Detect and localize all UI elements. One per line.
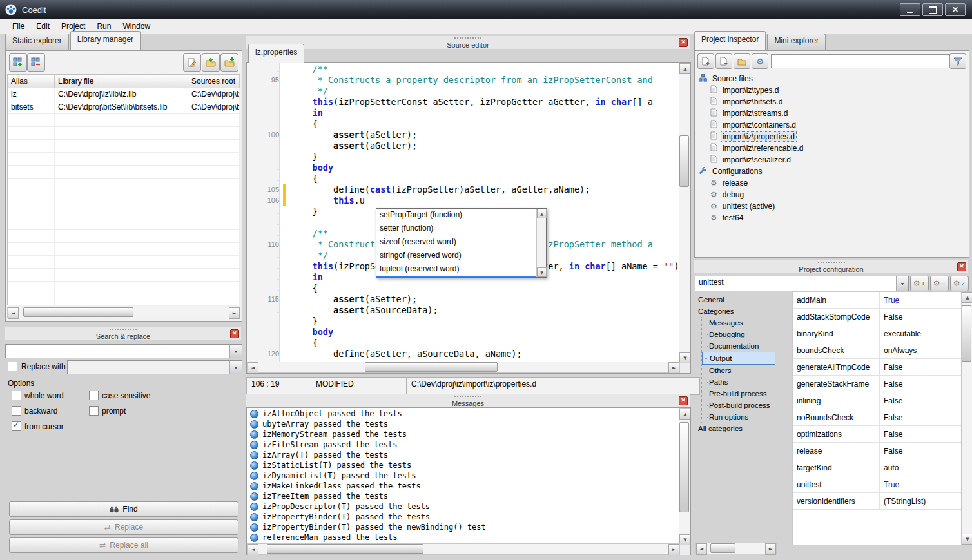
find-button[interactable]: Find <box>9 501 238 517</box>
scroll-up-icon[interactable]: ▲ <box>537 209 547 218</box>
category-all-categories[interactable]: All categories <box>695 423 775 434</box>
column-header-sources-root[interactable]: Sources root <box>188 75 240 88</box>
option-backward[interactable]: backward <box>12 406 89 416</box>
code-line[interactable]: 95 * Constructs a property descriptor fr… <box>247 75 680 86</box>
library-table-hscrollbar[interactable]: ◄► <box>7 307 240 318</box>
scroll-right-icon[interactable]: ► <box>229 307 240 319</box>
property-value[interactable]: auto <box>880 459 961 476</box>
scroll-down-icon[interactable]: ▼ <box>962 534 972 545</box>
tree-item-import-iz-types-d[interactable]: import\iz\types.d <box>697 84 966 96</box>
category-post-build-process[interactable]: Post-build process <box>702 400 775 411</box>
property-value[interactable]: False <box>880 443 961 459</box>
scroll-left-icon[interactable]: ◄ <box>248 362 258 374</box>
message-item[interactable]: izStaticList(T) passed the tests <box>247 460 680 470</box>
table-row[interactable] <box>8 294 240 305</box>
table-row[interactable] <box>8 256 240 269</box>
category-others[interactable]: Others <box>702 365 775 376</box>
code-line[interactable]: . body <box>247 327 680 338</box>
property-value[interactable]: False <box>880 409 961 425</box>
clear-filter-button[interactable] <box>949 53 966 69</box>
tab-static-explorer[interactable]: Static explorer <box>5 34 69 50</box>
messages-hscrollbar[interactable]: ◄► <box>247 543 680 555</box>
tab-library-manager[interactable]: Library manager <box>70 31 141 50</box>
clone-configuration-button[interactable]: ⚙✓ <box>950 276 969 291</box>
message-item[interactable]: izFileStream passed the tests <box>247 439 680 450</box>
code-line[interactable]: . /** <box>247 64 680 75</box>
scroll-thumb[interactable] <box>267 544 424 554</box>
property-value[interactable]: True <box>880 292 961 308</box>
property-value[interactable]: False <box>880 392 961 409</box>
table-row[interactable] <box>8 282 240 294</box>
option-from-cursor[interactable]: from cursor <box>12 421 89 431</box>
add-configuration-button[interactable]: ⚙+ <box>910 276 929 291</box>
option-whole-word[interactable]: whole word <box>12 391 89 400</box>
chevron-down-icon[interactable]: ▼ <box>896 276 908 291</box>
column-header-library-file[interactable]: Library file <box>55 75 188 88</box>
search-term-combobox[interactable]: ▼ <box>5 344 242 358</box>
drag-grip-icon[interactable] <box>454 396 481 399</box>
categories-hscrollbar[interactable]: ◄► <box>695 543 777 554</box>
tree-item-import-iz-serializer-d[interactable]: import\iz\serializer.d <box>697 154 966 166</box>
category-categories[interactable]: Categories <box>695 305 775 317</box>
table-row[interactable] <box>8 204 240 217</box>
table-row[interactable] <box>8 114 240 127</box>
scroll-down-icon[interactable]: ▼ <box>537 267 547 277</box>
filter-input[interactable] <box>771 54 951 68</box>
scroll-thumb[interactable] <box>679 135 689 187</box>
property-value[interactable]: onAlways <box>880 342 961 358</box>
tree-item-unittest-active[interactable]: ⚙unittest (active) <box>697 200 966 212</box>
table-row[interactable] <box>8 217 240 230</box>
add-library-button[interactable] <box>9 53 27 72</box>
table-row[interactable] <box>8 140 240 153</box>
table-row[interactable]: bitsetsC:\Dev\dproj\bitSet\lib\bitsets.l… <box>8 101 240 114</box>
category-pre-build-process[interactable]: Pre-build process <box>702 388 775 400</box>
tree-item-debug[interactable]: ⚙debug <box>697 189 966 200</box>
remove-file-button[interactable] <box>715 53 732 69</box>
message-item[interactable]: izMemoryStream passed the tests <box>247 429 680 439</box>
code-line[interactable]: 106 this.u <box>247 195 680 206</box>
scroll-left-icon[interactable]: ◄ <box>696 543 707 555</box>
close-button[interactable]: ✕ <box>945 3 966 16</box>
scroll-thumb[interactable] <box>23 307 134 317</box>
code-line[interactable]: . assert(aGetter); <box>247 140 680 151</box>
messages-panel-close-button[interactable]: ✕ <box>679 396 688 405</box>
code-line[interactable]: . this(izPropSetterConst aSetter, izProp… <box>247 97 680 108</box>
configuration-combobox[interactable]: unittest ▼ <box>695 276 909 291</box>
table-row[interactable] <box>8 166 240 179</box>
scroll-up-icon[interactable]: ▲ <box>962 292 972 303</box>
table-row[interactable] <box>8 153 240 166</box>
category-output[interactable]: Output <box>702 352 775 365</box>
replace-button[interactable]: ⇄ Replace <box>9 519 238 535</box>
code-line[interactable]: . } <box>247 151 680 162</box>
scroll-left-icon[interactable]: ◄ <box>8 307 19 319</box>
table-row[interactable] <box>8 243 240 256</box>
replace-term-combobox[interactable]: ▼ <box>67 360 242 374</box>
scroll-down-icon[interactable]: ▼ <box>679 534 691 545</box>
scroll-up-icon[interactable]: ▲ <box>679 63 691 74</box>
category-paths[interactable]: Paths <box>702 376 775 388</box>
scroll-thumb[interactable] <box>679 422 689 513</box>
source-editor-close-button[interactable]: ✕ <box>679 38 688 47</box>
whole-word-checkbox[interactable] <box>12 391 21 400</box>
prompt-checkbox[interactable] <box>89 406 99 416</box>
property-value[interactable]: False <box>880 376 961 392</box>
inspector-options-button[interactable]: ⚙ <box>752 53 768 69</box>
scroll-right-icon[interactable]: ► <box>668 362 679 374</box>
tab-iz-properties[interactable]: iz.properties <box>248 44 304 63</box>
code-line[interactable]: . { <box>247 338 680 349</box>
add-folder-button[interactable] <box>734 53 750 69</box>
table-row[interactable] <box>8 191 240 204</box>
scroll-right-icon[interactable]: ► <box>765 543 776 555</box>
category-messages[interactable]: Messages <box>702 317 775 329</box>
chevron-down-icon[interactable]: ▼ <box>229 361 242 374</box>
add-file-button[interactable] <box>697 53 714 69</box>
category-run-options[interactable]: Run options <box>702 411 775 423</box>
property-value[interactable]: False <box>880 309 961 325</box>
tree-item-import-iz-containers-d[interactable]: import\iz\containers.d <box>697 119 966 131</box>
tree-item-release[interactable]: ⚙release <box>697 177 966 189</box>
code-line[interactable]: . { <box>247 283 680 294</box>
tree-item-test64[interactable]: ⚙test64 <box>697 212 966 224</box>
scroll-up-icon[interactable]: ▲ <box>679 409 691 420</box>
message-item[interactable]: ubyteArray passed the tests <box>247 419 680 429</box>
chevron-down-icon[interactable]: ▼ <box>229 345 242 358</box>
